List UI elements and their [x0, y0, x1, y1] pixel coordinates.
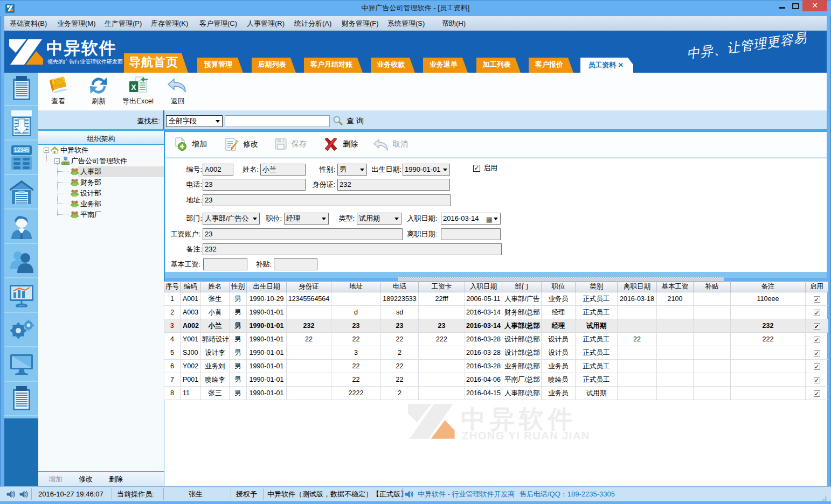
- svg-text:X: X: [131, 83, 136, 92]
- svg-text:12345: 12345: [14, 147, 29, 153]
